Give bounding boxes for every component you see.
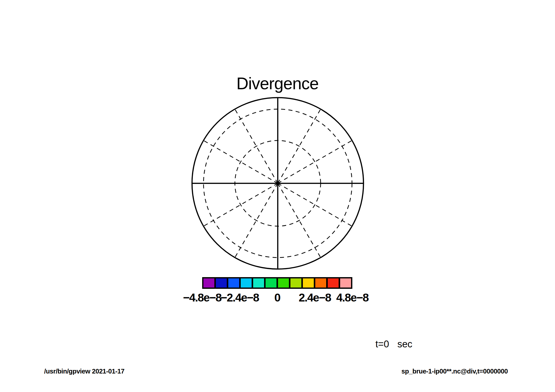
colorbar-tick-label: 0 [274,291,280,304]
colorbar-cell [228,278,240,288]
colorbar-cell [327,278,339,288]
colorbar-cell [252,278,265,288]
time-label: t=0 sec [375,339,412,350]
colorbar-cell [339,278,352,288]
dataset-label: sp_brue-1-ip00**.nc@div,t=0000000 [401,367,508,375]
colorbar-cell [302,278,315,288]
colorbar-cell [290,278,302,288]
page-title: Divergence [236,74,319,93]
colorbar-tick-label: −2.4e−8 [220,291,259,304]
colorbar-ticks: −4.8e−8−2.4e−802.4e−84.8e−8 [202,291,352,304]
colorbar-cell [277,278,290,288]
colorbar [202,277,352,289]
polar-plot [189,95,367,272]
colorbar-cell [265,278,277,288]
colorbar-cell [315,278,327,288]
command-date-label: /usr/bin/gpview 2021-01-17 [44,367,124,375]
colorbar-tick-label: −4.8e−8 [183,291,221,304]
colorbar-cell [215,278,228,288]
colorbar-tick-label: 4.8e−8 [336,291,369,304]
colorbar-cell [203,278,215,288]
colorbar-cell [240,278,252,288]
colorbar-tick-label: 2.4e−8 [299,291,331,304]
